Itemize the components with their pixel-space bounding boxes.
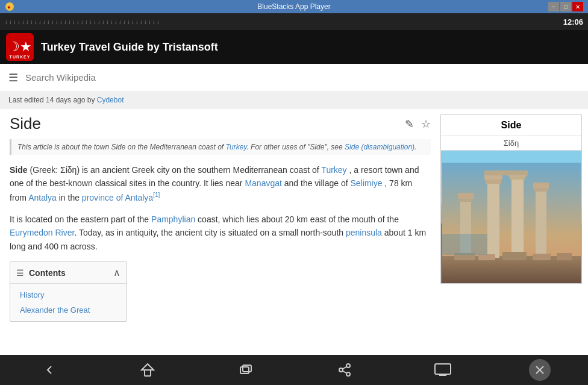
infobox: Side Σίδη xyxy=(440,114,582,284)
last-edited-text: Last edited 14 days ago by Cydebot xyxy=(8,96,124,104)
svg-rect-6 xyxy=(458,193,474,199)
svg-rect-24 xyxy=(145,370,151,376)
svg-point-29 xyxy=(346,372,350,376)
svg-rect-13 xyxy=(536,190,546,256)
recents-button[interactable] xyxy=(234,358,258,382)
article-paragraph-1: Side (Greek: Σίδη) is an ancient Greek c… xyxy=(10,163,431,204)
svg-rect-7 xyxy=(487,181,499,258)
tv-button[interactable] xyxy=(431,358,455,382)
svg-marker-23 xyxy=(142,364,154,370)
svg-line-31 xyxy=(342,367,346,369)
footnote-1[interactable]: [1] xyxy=(153,192,160,198)
svg-rect-26 xyxy=(243,365,251,372)
contents-header: ☰ Contents ∧ xyxy=(10,262,127,284)
svg-rect-21 xyxy=(557,253,572,260)
app-title: Turkey Travel Guide by Tristansoft xyxy=(41,41,218,54)
share-button[interactable] xyxy=(333,358,357,382)
edit-button[interactable]: ✎ xyxy=(405,117,414,131)
toolbar-time: 12:06 xyxy=(563,17,583,27)
manavgat-link[interactable]: Manavgat xyxy=(245,178,281,188)
star-button[interactable]: ☆ xyxy=(421,117,431,131)
article-paragraph-2: It is located on the eastern part of the… xyxy=(10,213,431,253)
svg-rect-25 xyxy=(240,367,249,374)
infobox-image xyxy=(441,151,581,283)
last-edited-bar: Last edited 14 days ago by Cydebot xyxy=(0,92,588,108)
toolbar-bar: ↓ ↓ ↓ ↓ ↓ ↓ ↓ ↓ ↓ ↓ ↓ ↓ ↓ ↓ ↓ ↓ ↓ ↓ ↓ ↓ … xyxy=(0,13,588,30)
infobox-subtitle: Σίδη xyxy=(441,136,581,151)
article-title: Side xyxy=(10,114,41,133)
title-bar-controls: − □ ✕ xyxy=(548,2,583,11)
bottom-nav xyxy=(0,355,588,385)
app-header: ☽★ TURKEY Turkey Travel Guide by Tristan… xyxy=(0,30,588,64)
app-icon: ● xyxy=(5,2,14,11)
disambiguation-link[interactable]: Side (disambiguation) xyxy=(345,143,414,151)
contents-item-alexander[interactable]: Alexander the Great xyxy=(10,302,127,318)
svg-rect-32 xyxy=(435,364,451,374)
disambiguation-notice: This article is about the town Side on t… xyxy=(10,139,431,155)
svg-rect-10 xyxy=(511,178,524,258)
contents-item-history[interactable]: History xyxy=(10,287,127,302)
antalya-link[interactable]: Antalya xyxy=(28,192,57,202)
contents-label: Contents xyxy=(29,268,108,278)
maximize-button[interactable]: □ xyxy=(560,2,571,11)
hamburger-icon[interactable]: ☰ xyxy=(8,71,18,84)
svg-rect-16 xyxy=(484,171,528,175)
last-edited-user[interactable]: Cydebot xyxy=(97,96,124,104)
article-action-icons: ✎ ☆ xyxy=(405,117,431,131)
close-app-button[interactable] xyxy=(529,359,551,381)
article-bold-side: Side xyxy=(10,165,28,175)
contents-items: History Alexander the Great xyxy=(10,284,127,321)
svg-rect-19 xyxy=(502,252,527,260)
svg-text:●: ● xyxy=(7,4,10,10)
toolbar-icons: ↓ ↓ ↓ ↓ ↓ ↓ ↓ ↓ ↓ ↓ ↓ ↓ ↓ ↓ ↓ ↓ ↓ ↓ ↓ ↓ … xyxy=(5,19,563,25)
wiki-header: ☰ xyxy=(0,64,588,92)
back-button[interactable] xyxy=(37,358,61,382)
title-bar-title: BlueStacks App Player xyxy=(257,2,330,11)
contents-list-icon: ☰ xyxy=(16,268,24,278)
selimiye-link[interactable]: Selimiye xyxy=(351,178,383,188)
svg-rect-20 xyxy=(533,254,551,260)
turkey-link[interactable]: Turkey xyxy=(226,143,247,151)
home-button[interactable] xyxy=(136,358,160,382)
close-window-button[interactable]: ✕ xyxy=(572,2,583,11)
svg-point-27 xyxy=(346,364,350,368)
svg-line-30 xyxy=(342,371,346,374)
province-antalya-link[interactable]: province of Antalya xyxy=(82,192,153,202)
turkey-text-link[interactable]: Turkey xyxy=(321,165,346,175)
contents-toggle-button[interactable]: ∧ xyxy=(113,267,120,278)
article-area: Side ✎ ☆ This article is about the town … xyxy=(0,108,440,355)
eurymedon-link[interactable]: Eurymedon River xyxy=(10,228,74,237)
contents-box: ☰ Contents ∧ History Alexander the Great xyxy=(10,261,127,322)
minimize-button[interactable]: − xyxy=(548,2,559,11)
title-bar: ● BlueStacks App Player − □ ✕ xyxy=(0,0,588,13)
peninsula-link[interactable]: peninsula xyxy=(346,228,382,237)
article-title-row: Side ✎ ☆ xyxy=(10,114,431,133)
svg-rect-22 xyxy=(442,234,487,255)
svg-rect-15 xyxy=(533,183,549,189)
search-input[interactable] xyxy=(25,69,580,87)
pamphylian-link[interactable]: Pamphylian xyxy=(151,214,195,224)
infobox-title: Side xyxy=(441,115,581,136)
svg-rect-18 xyxy=(478,254,495,260)
app-logo: ☽★ TURKEY xyxy=(6,33,34,61)
svg-point-28 xyxy=(339,368,343,372)
main-content: Side ✎ ☆ This article is about the town … xyxy=(0,108,588,355)
